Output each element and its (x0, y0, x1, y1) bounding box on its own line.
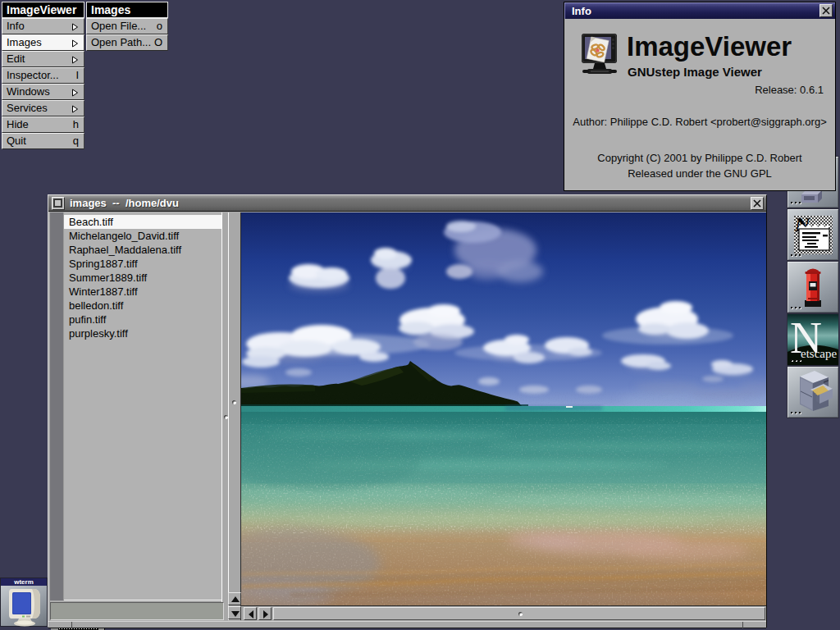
svg-text:etscape: etscape (801, 347, 837, 360)
